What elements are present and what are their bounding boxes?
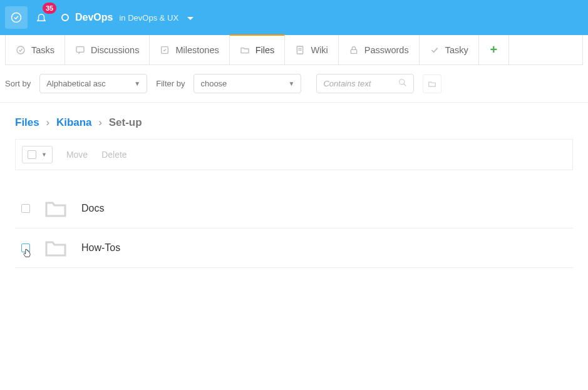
folder-icon <box>45 199 66 218</box>
project-switcher[interactable]: DevOps in DevOps & UX <box>61 12 193 23</box>
project-color-icon <box>61 14 69 21</box>
breadcrumb-root[interactable]: Files <box>15 116 39 128</box>
chevron-right-icon: › <box>46 116 49 128</box>
chevron-right-icon: › <box>98 116 102 128</box>
folder-action-button[interactable] <box>423 74 441 93</box>
plus-icon: + <box>490 43 497 57</box>
tab-label: Milestones <box>175 45 219 55</box>
tab-wiki[interactable]: Wiki <box>285 35 338 64</box>
project-name: DevOps <box>75 12 113 23</box>
file-list: Docs How-Tos <box>15 189 573 268</box>
tab-label: Files <box>255 45 275 55</box>
tab-label: Discussions <box>91 45 139 55</box>
breadcrumb: Files › Kibana › Set-up <box>15 116 573 129</box>
caret-down-icon: ▼ <box>134 80 140 87</box>
breadcrumb-current: Set-up <box>109 116 142 128</box>
search-placeholder: Contains text <box>323 79 371 88</box>
filter-bar: Sort by Alphabetical asc ▼ Filter by cho… <box>0 65 588 103</box>
tabs-row: Tasks Discussions Milestones Files Wiki … <box>5 35 583 65</box>
move-button[interactable]: Move <box>66 150 88 160</box>
lock-icon <box>349 45 359 55</box>
search-icon <box>398 78 407 89</box>
project-context: in DevOps & UX <box>119 13 178 23</box>
tab-tasks[interactable]: Tasks <box>6 35 65 64</box>
breadcrumb-folder[interactable]: Kibana <box>56 116 92 128</box>
check-button[interactable] <box>5 6 28 29</box>
file-row[interactable]: How-Tos <box>15 228 573 268</box>
row-checkbox[interactable] <box>21 204 30 213</box>
sort-value: Alphabetical asc <box>46 79 106 88</box>
comment-icon <box>75 45 85 55</box>
tab-label: Tasky <box>445 45 468 55</box>
check-circle-icon <box>16 45 26 55</box>
tab-label: Tasks <box>31 45 54 55</box>
add-tab-button[interactable]: + <box>479 35 509 64</box>
caret-down-icon: ▼ <box>289 80 295 87</box>
row-checkbox[interactable] <box>21 244 30 252</box>
svg-rect-5 <box>351 49 356 53</box>
svg-rect-2 <box>76 46 84 52</box>
file-name: How-Tos <box>81 242 120 254</box>
file-row[interactable]: Docs <box>15 189 573 228</box>
filter-by-label: Filter by <box>156 79 185 88</box>
selection-toolbar: ▼ Move Delete <box>15 139 573 170</box>
tab-passwords[interactable]: Passwords <box>339 35 420 64</box>
delete-button[interactable]: Delete <box>101 150 126 160</box>
select-all-dropdown[interactable]: ▼ <box>22 146 53 163</box>
top-header: 35 DevOps in DevOps & UX <box>0 0 588 35</box>
caret-down-icon <box>187 13 193 23</box>
notification-badge: 35 <box>43 3 56 14</box>
milestone-icon <box>160 45 170 55</box>
file-name: Docs <box>81 203 104 214</box>
select-all-checkbox[interactable] <box>28 150 36 159</box>
tab-label: Passwords <box>364 45 409 55</box>
tab-milestones[interactable]: Milestones <box>150 35 229 64</box>
sort-by-label: Sort by <box>5 79 31 88</box>
tab-tasky[interactable]: Tasky <box>420 35 479 64</box>
svg-point-1 <box>17 46 24 54</box>
document-icon <box>295 45 305 55</box>
notifications-button[interactable]: 35 <box>30 6 53 29</box>
content-area: Files › Kibana › Set-up ▼ Move Delete Do… <box>0 103 588 282</box>
check-icon <box>430 45 440 55</box>
sort-select[interactable]: Alphabetical asc ▼ <box>39 74 147 93</box>
search-input[interactable]: Contains text <box>316 74 414 93</box>
folder-icon <box>45 239 66 257</box>
svg-point-0 <box>12 13 21 23</box>
tab-discussions[interactable]: Discussions <box>65 35 150 64</box>
caret-down-icon: ▼ <box>41 151 47 158</box>
svg-point-6 <box>400 80 405 85</box>
filter-select[interactable]: choose ▼ <box>193 74 301 93</box>
tab-label: Wiki <box>311 45 328 55</box>
tab-files[interactable]: Files <box>230 34 286 64</box>
folder-icon <box>240 45 250 55</box>
filter-value: choose <box>200 79 227 88</box>
